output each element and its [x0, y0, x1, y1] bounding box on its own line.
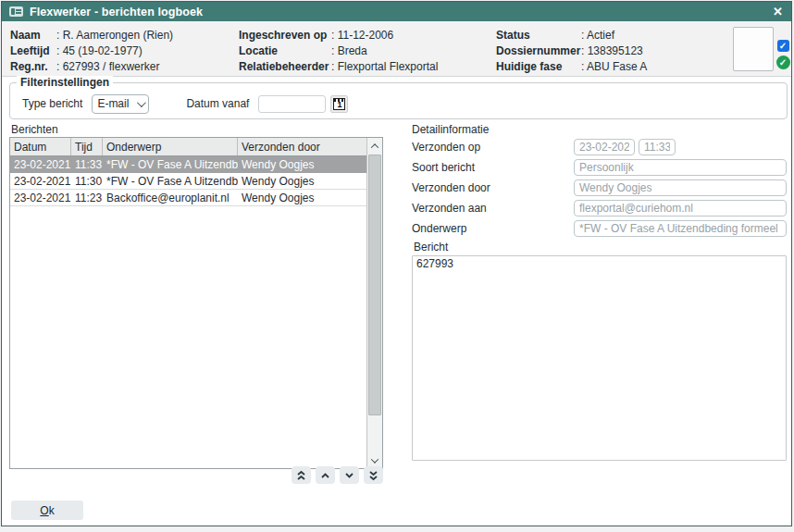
first-record-button[interactable]: [292, 466, 311, 484]
contact-card-icon: [9, 6, 23, 17]
field-label: Status: [496, 29, 581, 42]
field-label: Locatie: [239, 44, 331, 57]
field-value: Breda: [331, 44, 367, 57]
col-header-tijd[interactable]: Tijd: [71, 138, 103, 155]
scroll-up-icon[interactable]: [367, 138, 382, 154]
field-label: Ingeschreven op: [239, 29, 331, 42]
cell-tijd: 11:30: [71, 175, 103, 188]
col-header-datum[interactable]: Datum: [10, 138, 71, 155]
verzonden-door-label: Verzonden door: [412, 181, 574, 194]
calendar-button[interactable]: 1: [330, 95, 348, 113]
field-label: Naam: [10, 29, 56, 42]
table-header-row: Datum Tijd Onderwerp Verzonden door: [10, 138, 366, 156]
table-row[interactable]: 23-02-2021 11:33 *FW - OV Fase A Uitzend…: [10, 156, 366, 173]
verzonden-aan-label: Verzonden aan: [412, 202, 574, 215]
berichten-table: Datum Tijd Onderwerp Verzonden door 23-0…: [10, 138, 366, 468]
scrollbar-thumb[interactable]: [368, 155, 381, 415]
col-header-verzonden-door[interactable]: Verzonden door: [238, 138, 366, 155]
field-label: Leeftijd: [10, 44, 56, 57]
double-chevron-up-icon: [296, 470, 306, 481]
field-label: Dossiernummer: [496, 44, 581, 57]
field-value: 138395123: [581, 44, 643, 57]
cell-verzonden-door: Wendy Oogjes: [238, 192, 366, 204]
cell-tijd: 11:33: [71, 158, 103, 171]
verzonden-op-label: Verzonden op: [412, 141, 574, 154]
cell-datum: 23-02-2021: [10, 192, 71, 204]
cell-tijd: 11:23: [71, 192, 103, 204]
previous-record-button[interactable]: [316, 466, 335, 484]
person-info-col2: Ingeschreven op11-12-2006 LocatieBreda R…: [239, 28, 438, 75]
bericht-textarea[interactable]: 627993: [412, 255, 787, 461]
detail-row-soort-bericht: Soort bericht: [412, 159, 787, 176]
cell-onderwerp: Backoffice@europlanit.nl: [103, 192, 238, 204]
cell-datum: 23-02-2021: [10, 175, 71, 188]
field-value: ABU Fase A: [581, 60, 647, 73]
green-check-icon: ✓: [776, 56, 790, 69]
soort-bericht-field[interactable]: [574, 159, 787, 176]
double-chevron-down-icon: [368, 470, 378, 481]
col-header-onderwerp[interactable]: Onderwerp: [103, 138, 238, 155]
filter-legend: Filterinstellingen: [17, 76, 113, 89]
verzonden-op-date-field[interactable]: [574, 139, 635, 155]
field-value: 45 (19-02-1977): [56, 44, 143, 57]
table-row[interactable]: 23-02-2021 11:23 Backoffice@europlanit.n…: [10, 190, 366, 206]
field-value: 11-12-2006: [331, 29, 393, 42]
cell-datum: 23-02-2021: [10, 158, 71, 171]
detail-panel: Verzonden op Soort bericht Verzonden doo…: [412, 139, 787, 464]
status-flags: ✓ ✓: [775, 40, 790, 69]
onderwerp-field[interactable]: [574, 220, 787, 237]
cell-verzonden-door: Wendy Oogjes: [238, 175, 366, 188]
verzonden-op-time-field[interactable]: [639, 139, 676, 155]
photo-placeholder: [733, 27, 774, 71]
blue-checkbox-icon[interactable]: ✓: [777, 40, 789, 52]
table-row[interactable]: 23-02-2021 11:30 *FW - OV Fase A Uitzend…: [10, 173, 366, 190]
window-title: Flexwerker - berichten logboek: [30, 6, 203, 19]
detail-row-verzonden-op: Verzonden op: [412, 139, 787, 155]
chevron-up-icon: [320, 472, 330, 479]
type-bericht-label: Type bericht: [22, 97, 82, 110]
title-bar: Flexwerker - berichten logboek ✕: [2, 2, 791, 21]
field-value: Actief: [581, 29, 614, 42]
soort-bericht-label: Soort bericht: [412, 161, 574, 174]
detail-row-onderwerp: Onderwerp: [412, 220, 787, 237]
verzonden-aan-field[interactable]: [574, 200, 787, 217]
onderwerp-label: Onderwerp: [412, 222, 574, 235]
verzonden-door-field[interactable]: [574, 179, 787, 196]
field-value: Flexportal Flexportal: [331, 60, 438, 73]
detail-row-verzonden-door: Verzonden door: [412, 179, 787, 196]
filter-settings-group: Filterinstellingen Type bericht E-mail D…: [9, 82, 788, 119]
chevron-down-icon: [344, 472, 354, 479]
field-label: Reg.nr.: [10, 60, 56, 73]
scrollbar-track[interactable]: [367, 416, 382, 452]
field-label: Relatiebeheerder: [239, 60, 331, 73]
field-value: 627993 / flexwerker: [56, 60, 159, 73]
ok-button-label: Ok: [11, 504, 83, 517]
next-record-button[interactable]: [340, 466, 359, 484]
person-info-col1: NaamR. Aamerongen (Rien) Leeftijd45 (19-…: [10, 28, 173, 75]
record-navigation: [289, 466, 383, 484]
detail-title: Detailinformatie: [412, 123, 489, 136]
chevron-down-icon: [137, 98, 146, 107]
close-icon[interactable]: ✕: [773, 6, 783, 18]
ok-button[interactable]: Ok: [11, 501, 83, 520]
calendar-icon: 1: [333, 98, 345, 110]
flexwerker-log-window: Flexwerker - berichten logboek ✕ NaamR. …: [1, 1, 792, 526]
person-info-header: NaamR. Aamerongen (Rien) Leeftijd45 (19-…: [2, 21, 791, 77]
berichten-title: Berichten: [11, 123, 58, 136]
list-scrollbar[interactable]: [366, 138, 382, 468]
field-value: R. Aamerongen (Rien): [56, 29, 173, 42]
person-info-col3: StatusActief Dossiernummer138395123 Huid…: [496, 28, 647, 75]
datum-vanaf-input[interactable]: [258, 95, 326, 113]
berichten-list: Datum Tijd Onderwerp Verzonden door 23-0…: [9, 137, 383, 469]
field-label: Huidige fase: [496, 60, 581, 73]
datum-vanaf-label: Datum vanaf: [186, 97, 249, 110]
cell-onderwerp: *FW - OV Fase A Uitzendb...: [103, 158, 238, 171]
last-record-button[interactable]: [364, 466, 383, 484]
cell-onderwerp: *FW - OV Fase A Uitzendb...: [103, 175, 238, 188]
bericht-label: Bericht: [414, 241, 787, 254]
cell-verzonden-door: Wendy Oogjes: [238, 158, 366, 171]
detail-row-verzonden-aan: Verzonden aan: [412, 200, 787, 217]
type-bericht-select[interactable]: E-mail: [92, 94, 149, 114]
filter-row: Type bericht E-mail Datum vanaf 1: [10, 83, 787, 118]
type-bericht-value: E-mail: [97, 97, 137, 110]
